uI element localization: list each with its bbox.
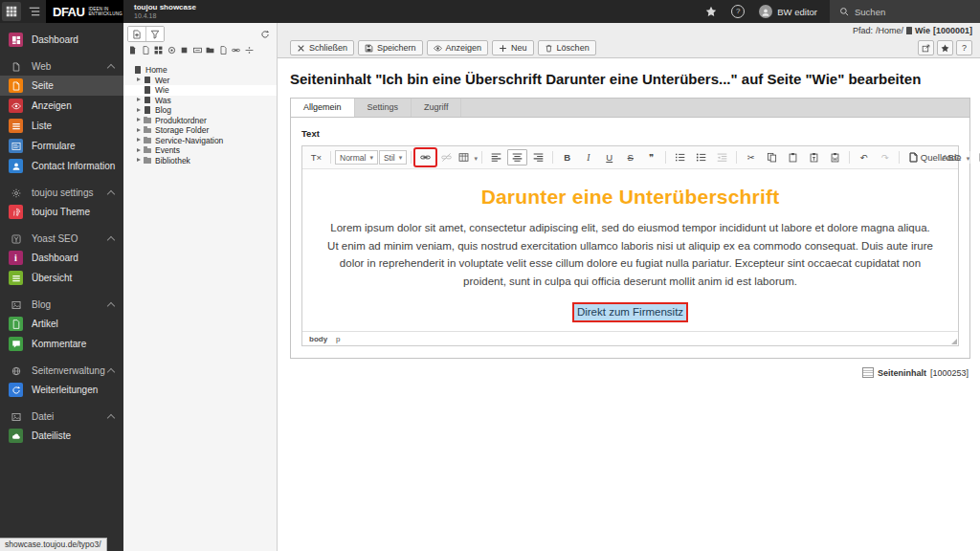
sidebar-item-anzeigen[interactable]: Anzeigen <box>0 96 123 116</box>
bold-button[interactable]: B <box>557 149 577 165</box>
expand-arrow-icon[interactable] <box>127 68 132 73</box>
view-button[interactable]: Anzeigen <box>427 40 489 55</box>
expand-arrow-icon[interactable] <box>137 148 142 153</box>
sidebar-section-seitenverwaltung[interactable]: Seitenverwaltung <box>0 362 123 380</box>
tab-settings[interactable]: Settings <box>355 99 412 117</box>
pagetree-toggle-icon[interactable] <box>25 2 44 21</box>
pagetype-shortcut[interactable] <box>180 46 189 55</box>
module-menu-toggle-icon[interactable] <box>2 2 21 21</box>
style-select[interactable]: Stil <box>379 150 407 165</box>
element-path-body[interactable]: body <box>309 335 327 343</box>
filter-button[interactable] <box>145 27 164 41</box>
indent-button[interactable] <box>712 149 732 165</box>
show-blocks-button[interactable] <box>974 149 980 165</box>
paste-button[interactable] <box>783 149 803 165</box>
sidebar-section-toujou-settings[interactable]: toujou settings <box>0 184 123 202</box>
expand-arrow-icon[interactable] <box>137 77 142 82</box>
redo-button[interactable]: ↷ <box>875 149 895 165</box>
expand-arrow-icon[interactable] <box>137 158 142 163</box>
unordered-list-button[interactable] <box>691 149 711 165</box>
pagetype-external-link[interactable] <box>232 46 240 55</box>
cut-button[interactable]: ✂ <box>741 149 761 165</box>
tab-zugriff[interactable]: Zugriff <box>412 99 461 117</box>
refresh-tree-icon[interactable] <box>257 27 273 41</box>
pagetype-standard[interactable] <box>128 46 137 55</box>
new-page-button[interactable] <box>128 27 145 41</box>
rte-editing-area[interactable]: Darunter eine Unterüberschrift Lorem ips… <box>302 169 958 331</box>
sidebar-item-uebersicht[interactable]: Übersicht <box>0 268 123 288</box>
ordered-list-button[interactable] <box>670 149 690 165</box>
pagetype-page[interactable] <box>142 46 150 55</box>
link-button[interactable] <box>415 149 435 165</box>
resize-grip[interactable] <box>951 339 957 344</box>
tree-node-wie[interactable]: Wie <box>123 85 277 96</box>
remove-format-button[interactable]: T× <box>306 149 326 165</box>
sidebar-item-artikel[interactable]: Artikel <box>0 314 123 334</box>
bookmark-icon[interactable] <box>705 6 717 17</box>
expand-arrow-icon[interactable] <box>137 108 142 113</box>
sidebar-item-seite[interactable]: Seite <box>0 76 123 96</box>
open-document-button[interactable] <box>918 40 934 55</box>
tree-node-storage-folder[interactable]: Storage Folder <box>123 125 277 136</box>
element-path-p[interactable]: p <box>336 335 340 343</box>
sidebar-section-datei[interactable]: Datei <box>0 408 123 426</box>
user-menu[interactable]: BW editor <box>759 5 817 18</box>
strikethrough-button[interactable]: S <box>620 149 640 165</box>
sidebar-item-dateiliste[interactable]: Dateiliste <box>0 426 123 446</box>
expand-arrow-icon[interactable] <box>137 98 142 102</box>
tree-node-bibliothek[interactable]: Bibliothek <box>123 156 277 166</box>
pagetype-folder[interactable] <box>206 46 214 55</box>
sidebar-section-blog[interactable]: Blog <box>0 296 123 314</box>
tree-node-produktordner[interactable]: Produktordner <box>123 116 277 126</box>
format-select[interactable]: Normal <box>335 150 378 165</box>
sidebar-item-toujou-theme[interactable]: toujou Theme <box>0 202 123 222</box>
expand-arrow-icon[interactable] <box>137 138 142 143</box>
sidebar-item-formulare[interactable]: Formulare <box>0 136 123 156</box>
paste-word-button[interactable] <box>825 149 845 165</box>
tree-node-home[interactable]: Home <box>123 65 277 76</box>
table-button[interactable] <box>457 149 478 165</box>
help-icon[interactable]: ? <box>731 5 745 18</box>
blockquote-button[interactable]: ❞ <box>641 149 661 165</box>
tree-node-was[interactable]: Was <box>123 96 277 106</box>
tree-node-events[interactable]: Events <box>123 145 277 156</box>
delete-button[interactable]: Löschen <box>538 40 596 55</box>
tree-node-blog[interactable]: Blog <box>123 105 277 116</box>
copy-button[interactable] <box>762 149 782 165</box>
underline-button[interactable]: U <box>599 149 619 165</box>
expand-arrow-icon[interactable] <box>137 88 142 93</box>
selected-link-annotated[interactable]: Direkt zum Firmensitz <box>572 302 688 322</box>
tree-node-wer[interactable]: Wer <box>123 76 277 86</box>
unlink-button[interactable] <box>436 149 457 165</box>
pagetype-spacer[interactable] <box>245 46 254 55</box>
tab-allgemein[interactable]: Allgemein <box>291 99 355 117</box>
help-button[interactable]: ? <box>956 40 972 55</box>
align-right-button[interactable] <box>528 149 548 165</box>
sidebar-item-weiterleitungen[interactable]: Weiterleitungen <box>0 380 123 400</box>
undo-button[interactable]: ↶ <box>854 149 874 165</box>
sidebar-item-contact-information[interactable]: Contact Information <box>0 156 123 176</box>
new-button[interactable]: Neu <box>492 40 534 55</box>
brand-logo[interactable]: DFAU IDEEN IN ENTWICKLUNG <box>46 0 123 23</box>
sidebar-section-yoast-seo[interactable]: Yoast SEO <box>0 230 123 248</box>
tree-node-service-navigation[interactable]: Service-Navigation <box>123 136 277 146</box>
sidebar-item-liste[interactable]: Liste <box>0 116 123 136</box>
pagetype-recycler[interactable] <box>219 46 228 55</box>
sidebar-item-yoast-dashboard[interactable]: i Dashboard <box>0 248 123 268</box>
pagetype-link[interactable] <box>167 46 176 55</box>
spellcheck-button[interactable]: ABC <box>946 149 966 165</box>
bookmark-button[interactable] <box>937 40 953 55</box>
sidebar-section-web[interactable]: Web <box>0 57 123 76</box>
italic-button[interactable]: I <box>578 149 598 165</box>
pagetype-backend-section[interactable] <box>154 46 163 55</box>
pagetype-mountpoint[interactable] <box>193 46 202 55</box>
align-center-button[interactable] <box>507 149 527 165</box>
sidebar-item-kommentare[interactable]: Kommentare <box>0 334 123 354</box>
sidebar-item-dashboard[interactable]: Dashboard <box>0 30 123 50</box>
search-input[interactable]: Suchen <box>830 0 980 23</box>
close-button[interactable]: Schließen <box>290 40 354 55</box>
paste-text-button[interactable] <box>804 149 824 165</box>
align-left-button[interactable] <box>486 149 506 165</box>
expand-arrow-icon[interactable] <box>137 128 142 133</box>
save-button[interactable]: Speichern <box>358 40 423 55</box>
